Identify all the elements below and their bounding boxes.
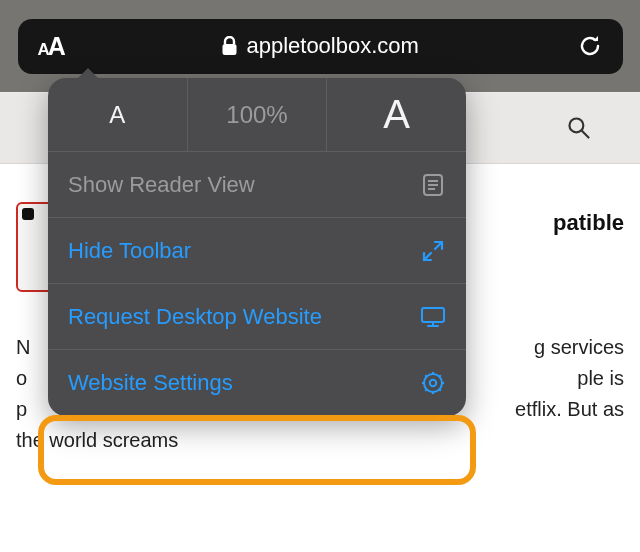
website-settings-item[interactable]: Website Settings [48,350,466,416]
zoom-percent-display[interactable]: 100% [188,78,328,151]
reader-icon [420,172,446,198]
website-settings-label: Website Settings [68,370,233,396]
hide-toolbar-label: Hide Toolbar [68,238,191,264]
text-size-large-a: A [48,32,64,61]
article-title-fragment: patible [553,208,624,292]
zoom-row: A 100% A [48,78,466,152]
expand-icon [420,238,446,264]
svg-line-2 [582,131,589,138]
zoom-decrease-button[interactable]: A [48,78,188,151]
reload-button[interactable] [577,33,603,59]
svg-rect-0 [223,44,237,55]
zoom-decrease-label: A [109,101,125,129]
lock-icon [221,36,238,56]
svg-point-13 [430,380,436,386]
request-desktop-label: Request Desktop Website [68,304,322,330]
svg-rect-9 [422,308,444,322]
request-desktop-item[interactable]: Request Desktop Website [48,284,466,350]
url-display[interactable]: appletoolbox.com [64,33,577,59]
desktop-icon [420,304,446,330]
text-size-small-a: A [38,40,48,60]
zoom-increase-button[interactable]: A [327,78,466,151]
url-text: appletoolbox.com [246,33,418,59]
gear-icon [420,370,446,396]
show-reader-view-item[interactable]: Show Reader View [48,152,466,218]
search-icon[interactable] [566,115,592,141]
hide-toolbar-item[interactable]: Hide Toolbar [48,218,466,284]
zoom-increase-label: A [383,92,410,137]
show-reader-view-label: Show Reader View [68,172,255,198]
aa-popover-menu: A 100% A Show Reader View Hide Toolbar [48,78,466,416]
text-size-button[interactable]: AA [38,32,64,61]
address-bar: AA appletoolbox.com [18,19,623,74]
zoom-percent-text: 100% [226,101,287,129]
